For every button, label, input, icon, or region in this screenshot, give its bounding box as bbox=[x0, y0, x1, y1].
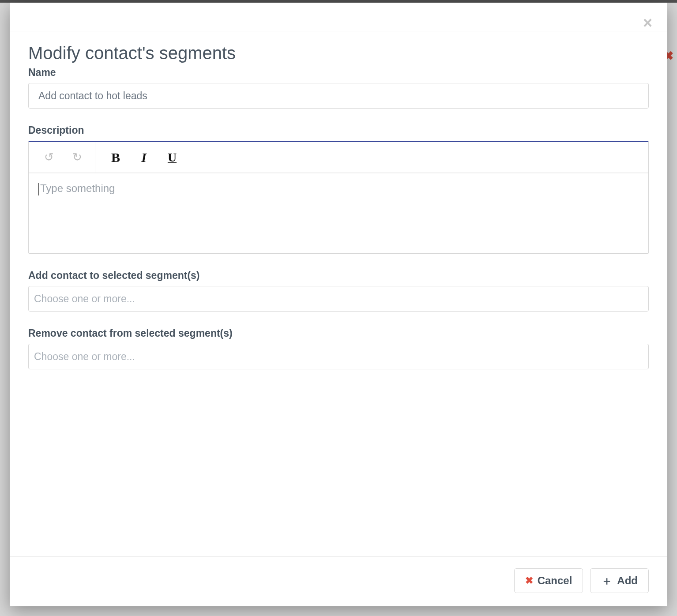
italic-button[interactable]: I bbox=[130, 142, 158, 173]
underline-button[interactable]: U bbox=[158, 142, 186, 173]
cancel-button[interactable]: ✖ Cancel bbox=[514, 568, 583, 593]
add-button[interactable]: ＋ Add bbox=[590, 568, 649, 593]
undo-icon[interactable] bbox=[35, 142, 63, 173]
redo-icon[interactable] bbox=[63, 142, 91, 173]
add-segments-label: Add contact to selected segment(s) bbox=[28, 270, 649, 282]
text-caret bbox=[38, 183, 39, 195]
remove-segments-placeholder: Choose one or more... bbox=[34, 351, 135, 363]
close-icon[interactable]: × bbox=[643, 15, 652, 31]
modal-footer: ✖ Cancel ＋ Add bbox=[10, 556, 667, 606]
bold-button[interactable]: B bbox=[102, 142, 130, 173]
add-segments-placeholder: Choose one or more... bbox=[34, 293, 135, 305]
cancel-button-label: Cancel bbox=[538, 575, 572, 587]
description-editor: B I U Type something bbox=[28, 141, 649, 254]
x-icon: ✖ bbox=[525, 576, 533, 586]
description-textarea[interactable]: Type something bbox=[29, 173, 648, 253]
modify-segments-modal: × Modify contact's segments Name Descrip… bbox=[10, 3, 667, 606]
remove-segments-select[interactable]: Choose one or more... bbox=[28, 344, 649, 369]
editor-toolbar: B I U bbox=[29, 142, 648, 173]
add-button-label: Add bbox=[617, 575, 638, 587]
add-segments-select[interactable]: Choose one or more... bbox=[28, 286, 649, 312]
description-label: Description bbox=[28, 124, 649, 136]
name-label: Name bbox=[28, 67, 649, 79]
bold-icon: B bbox=[111, 150, 120, 165]
underline-icon: U bbox=[168, 150, 177, 165]
modal-body: Modify contact's segments Name Descripti… bbox=[10, 3, 667, 556]
modal-header-divider bbox=[10, 31, 667, 31]
modal-title: Modify contact's segments bbox=[28, 43, 649, 63]
description-placeholder: Type something bbox=[40, 182, 115, 194]
remove-segments-label: Remove contact from selected segment(s) bbox=[28, 327, 649, 339]
italic-icon: I bbox=[141, 150, 147, 165]
name-input[interactable] bbox=[28, 83, 649, 109]
plus-icon: ＋ bbox=[601, 575, 613, 586]
toolbar-separator bbox=[95, 142, 95, 173]
